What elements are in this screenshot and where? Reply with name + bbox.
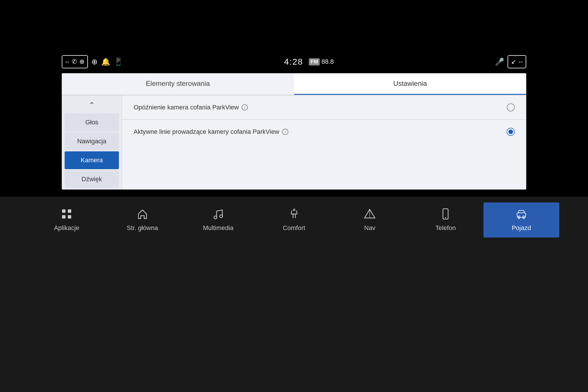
setting-row-aktywne: Aktywne linie prowadzące kamery cofania … — [122, 120, 526, 144]
time-display: 4:28 — [284, 57, 303, 67]
phone-icon — [440, 208, 451, 221]
left-box-text: -- — [65, 58, 70, 65]
left-status-box[interactable]: -- ✆ ⊕ — [62, 55, 88, 68]
nav-item-pojazd[interactable]: Pojazd — [483, 202, 559, 237]
phone-icon: ✆ — [72, 58, 77, 65]
music-icon — [213, 208, 224, 221]
nav-item-multimedia[interactable]: Multimedia — [180, 202, 256, 237]
svg-rect-0 — [62, 209, 65, 213]
sidebar-item-dzwiek[interactable]: Dźwięk — [65, 170, 119, 188]
comfort-icon — [288, 208, 300, 221]
phone-tablet-icon[interactable]: 📱 — [114, 57, 123, 66]
status-bar: -- ✆ ⊕ ⊕ 🔔 📱 4:28 FM 88.8 🎤 ↙ -- — [62, 53, 526, 70]
bottom-nav: Aplikacje Str. główna Multimedia — [0, 197, 588, 392]
info-icon-opoznienie[interactable]: i — [242, 104, 248, 111]
nav-label-comfort: Comfort — [283, 224, 305, 232]
sidebar-item-glos[interactable]: Głos — [65, 113, 119, 131]
info-icon-aktywne[interactable]: i — [282, 129, 288, 135]
nav-item-str-glowna[interactable]: Str. główna — [105, 202, 180, 237]
sidebar-scroll-up[interactable]: ⌃ — [62, 98, 122, 112]
globe-icon: ⊕ — [79, 58, 84, 65]
nav-item-telefon[interactable]: Telefon — [408, 202, 483, 237]
status-center: 4:28 FM 88.8 — [284, 57, 334, 67]
setting-label-opoznienie: Opóźnienie kamera cofania ParkView i — [134, 104, 248, 111]
nav-label-aplikacje: Aplikacje — [54, 224, 79, 232]
tabs: Elementy sterowania Ustawienia — [62, 73, 526, 95]
nav-label-telefon: Telefon — [435, 224, 456, 232]
sidebar-item-kamera[interactable]: Kamera — [65, 151, 119, 169]
sidebar: ⌃ Głos Nawigacja Kamera Dźwięk ⌄ — [62, 95, 122, 190]
home-icon — [137, 208, 148, 221]
tab-ustawienia[interactable]: Ustawienia — [294, 73, 527, 95]
svg-rect-1 — [68, 209, 71, 213]
globe-button[interactable]: ⊕ — [91, 57, 98, 66]
radio-band: FM — [309, 58, 320, 65]
nav-label-multimedia: Multimedia — [203, 224, 233, 232]
nav-bar: Aplikacje Str. główna Multimedia — [0, 202, 588, 237]
setting-label-aktywne: Aktywne linie prowadzące kamery cofania … — [134, 128, 288, 136]
status-left: -- ✆ ⊕ ⊕ 🔔 📱 — [62, 55, 123, 68]
nav-item-aplikacje[interactable]: Aplikacje — [29, 202, 105, 237]
nav-item-nav[interactable]: Nav — [332, 202, 408, 237]
right-box-text: -- — [518, 58, 523, 65]
nav-item-comfort[interactable]: Comfort — [256, 202, 332, 237]
nav-label-nav: Nav — [364, 224, 375, 232]
svg-rect-2 — [62, 215, 65, 219]
nav-icon-symbol — [364, 208, 375, 221]
main-content: Opóźnienie kamera cofania ParkView i Akt… — [122, 95, 526, 190]
car-icon — [515, 208, 528, 221]
apps-icon — [61, 208, 72, 221]
tab-elementy[interactable]: Elementy sterowania — [62, 73, 294, 95]
radio-freq: 88.8 — [321, 58, 334, 65]
nav-label-str-glowna: Str. główna — [127, 224, 158, 232]
svg-point-10 — [518, 216, 520, 218]
nav-label-pojazd: Pojazd — [512, 224, 531, 232]
right-box-icon: ↙ — [511, 58, 516, 65]
svg-point-6 — [293, 209, 295, 211]
svg-rect-3 — [68, 215, 71, 219]
main-area: Elementy sterowania Ustawienia ⌃ Głos Na… — [62, 73, 526, 190]
svg-point-9 — [445, 217, 446, 218]
svg-point-11 — [523, 216, 525, 218]
right-status-box[interactable]: ↙ -- — [508, 55, 526, 68]
radio-btn-opoznienie[interactable] — [507, 103, 515, 111]
radio-btn-aktywne[interactable] — [507, 128, 515, 136]
setting-row-opoznienie: Opóźnienie kamera cofania ParkView i — [122, 95, 526, 120]
sidebar-item-nawigacja[interactable]: Nawigacja — [65, 132, 119, 150]
mic-icon[interactable]: 🎤 — [495, 57, 504, 66]
radio-display: FM 88.8 — [309, 58, 334, 65]
sidebar-scroll-down[interactable]: ⌄ — [62, 189, 122, 190]
bell-icon[interactable]: 🔔 — [101, 57, 110, 66]
status-right: 🎤 ↙ -- — [495, 55, 526, 68]
content-layout: ⌃ Głos Nawigacja Kamera Dźwięk ⌄ Opóźnie… — [62, 95, 526, 190]
